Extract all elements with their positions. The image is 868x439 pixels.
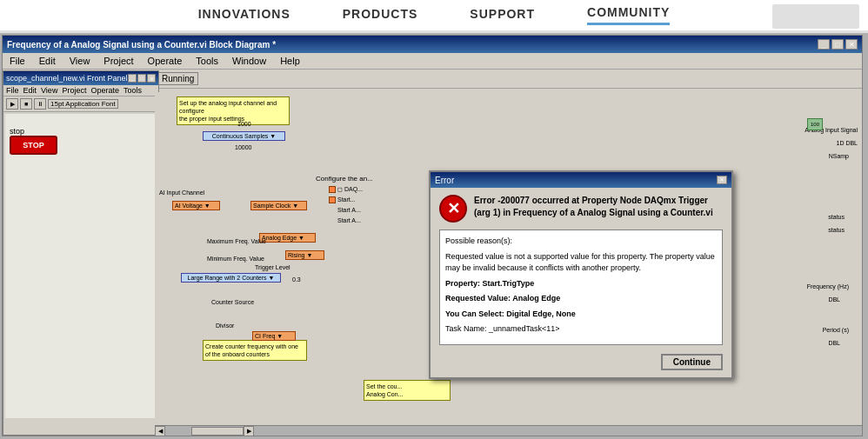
menu-bar: File Edit View Project Operate Tools Win… <box>3 53 862 70</box>
nav-products[interactable]: PRODUCTS <box>343 7 418 24</box>
restore-button[interactable]: □ <box>831 39 844 50</box>
error-header: ✕ Error -200077 occurred at Property Nod… <box>439 195 723 223</box>
label-dbl-1: DBL <box>828 296 840 303</box>
label-start-2: Start A... <box>337 207 361 213</box>
error-body: Possible reason(s): Requested value is n… <box>439 229 723 345</box>
stop-button[interactable]: STOP <box>10 136 57 155</box>
label-start-3: Start A... <box>337 217 361 223</box>
label-configure: Configure the an... <box>316 175 373 183</box>
nav-community[interactable]: COMMUNITY <box>587 5 670 25</box>
can-select-line: You Can Select: Digital Edge, None <box>445 309 717 321</box>
note-counter: Create counter frequency with oneof the … <box>203 340 307 361</box>
block-diagram-titlebar: Frequency of a Analog Signal using a Cou… <box>3 36 862 53</box>
block-sample-clock[interactable]: Sample Clock ▼ <box>250 201 307 210</box>
scroll-thumb[interactable] <box>191 427 244 436</box>
block-analog-edge[interactable]: Analog Edge ▼ <box>259 233 316 243</box>
label-divisor: Divisor <box>216 323 234 329</box>
menu-tools[interactable]: Tools <box>193 55 221 67</box>
error-close-button[interactable]: ✕ <box>717 176 727 184</box>
block-right-1[interactable]: 100 <box>807 118 823 130</box>
fp-menu-file[interactable]: File <box>6 86 19 95</box>
possible-reasons-label: Possible reason(s): <box>445 236 717 248</box>
front-panel-toolbar: ▶ ■ ⏸ 15pt Application Font <box>3 96 158 112</box>
front-panel-titlebar: scope_channel_new.vi Front Panel _ □ ✕ <box>3 71 158 85</box>
front-panel-window: scope_channel_new.vi Front Panel _ □ ✕ F… <box>3 70 159 436</box>
fp-menu-view[interactable]: View <box>41 86 57 95</box>
requested-value-line: Requested Value: Analog Edge <box>445 293 717 305</box>
window-controls[interactable]: _ □ ✕ <box>818 39 858 50</box>
error-footer: Continue <box>439 350 723 370</box>
top-navigation: INNOVATIONS PRODUCTS SUPPORT COMMUNITY <box>0 0 868 33</box>
font-selector[interactable]: 15pt Application Font <box>48 99 118 109</box>
task-name-line: Task Name: _unnamedTask<11> <box>445 323 717 336</box>
property-line: Property: Start.TrigType <box>445 278 717 290</box>
label-daq: ◻ DAQ... <box>337 186 363 193</box>
label-ai-channel: AI Input Channel <box>159 190 204 196</box>
block-diagram-title: Frequency of a Analog Signal using a Cou… <box>7 40 276 50</box>
fp-minimize-button[interactable]: _ <box>128 74 137 83</box>
menu-project[interactable]: Project <box>101 55 136 67</box>
fp-menu-edit[interactable]: Edit <box>23 86 37 95</box>
error-dialog-titlebar: Error ✕ <box>431 172 731 188</box>
menu-operate[interactable]: Operate <box>145 55 185 67</box>
label-trigger-level: Trigger Level <box>255 264 290 270</box>
block-rising[interactable]: Rising ▼ <box>285 250 324 260</box>
fp-abort-button[interactable]: ■ <box>20 98 32 110</box>
fp-menu-project[interactable]: Project <box>62 86 86 95</box>
error-icon: ✕ <box>439 195 467 223</box>
search-box[interactable] <box>772 4 859 29</box>
block-ai-voltage[interactable]: AI Voltage ▼ <box>172 201 220 210</box>
label-status-1: status <box>828 214 845 220</box>
error-dialog-title-text: Error <box>435 176 454 185</box>
error-title-text: Error -200077 occurred at Property Node … <box>474 195 723 223</box>
fp-menu-operate[interactable]: Operate <box>90 86 119 95</box>
stop-label: stop <box>10 127 24 136</box>
label-dbl-2: DBL <box>828 340 840 346</box>
menu-view[interactable]: View <box>67 55 93 67</box>
fp-restore-button[interactable]: □ <box>137 74 146 83</box>
note-set-counter: Set the cou...Analog Con... <box>364 380 451 401</box>
block-continuous-samples[interactable]: Continuous Samples ▼ <box>203 131 285 141</box>
terminal-orange-2 <box>329 196 336 203</box>
block-ci-freq[interactable]: CI Freq ▼ <box>252 331 296 341</box>
scroll-left-arrow[interactable]: ◀ <box>155 426 165 436</box>
close-button[interactable]: ✕ <box>845 39 858 50</box>
label-min-freq: Minimum Freq. Value <box>207 256 264 262</box>
label-1000: 1000 <box>237 121 251 127</box>
front-panel-menubar: File Edit View Project Operate Tools <box>3 85 158 96</box>
reason-text: Requested value is not a supported value… <box>445 251 717 275</box>
horizontal-scrollbar[interactable]: ◀ ▶ <box>155 425 862 436</box>
fp-close-button[interactable]: ✕ <box>147 74 156 83</box>
label-counter-source: Counter Source <box>211 299 254 305</box>
menu-edit[interactable]: Edit <box>37 55 58 67</box>
label-10000: 10000 <box>235 144 251 150</box>
label-max-freq: Maximum Freq. Value <box>207 238 266 244</box>
running-status: Running <box>157 72 198 85</box>
fp-pause-button[interactable]: ⏸ <box>34 98 46 110</box>
front-panel-content: stop STOP <box>5 114 157 418</box>
minimize-button[interactable]: _ <box>818 39 830 50</box>
label-0-3: 0.3 <box>292 276 301 283</box>
nav-support[interactable]: SUPPORT <box>470 7 535 24</box>
label-nsamp: NSamp <box>829 153 849 159</box>
label-frequency-hz: Frequency (Hz) <box>807 283 849 289</box>
error-dialog-content: ✕ Error -200077 occurred at Property Nod… <box>431 188 731 377</box>
main-content: Frequency of a Analog Signal using a Cou… <box>0 33 868 439</box>
continue-button[interactable]: Continue <box>661 354 723 370</box>
fp-menu-tools[interactable]: Tools <box>124 86 142 95</box>
note-analog-input: Set up the analog input channel and conf… <box>177 96 290 125</box>
label-period-s: Period (s) <box>823 327 849 333</box>
error-dialog: Error ✕ ✕ Error -200077 occurred at Prop… <box>429 170 733 379</box>
front-panel-title: scope_channel_new.vi Front Panel <box>6 74 128 83</box>
terminal-orange-1 <box>329 186 336 193</box>
menu-help[interactable]: Help <box>277 55 303 67</box>
fp-run-button[interactable]: ▶ <box>6 98 18 110</box>
menu-file[interactable]: File <box>7 55 28 67</box>
menu-window[interactable]: Window <box>230 55 269 67</box>
nav-innovations[interactable]: INNOVATIONS <box>198 7 290 24</box>
scroll-right-arrow[interactable]: ▶ <box>244 426 254 436</box>
block-large-range[interactable]: Large Range with 2 Counters ▼ <box>181 273 281 283</box>
label-status-2: status <box>828 227 845 233</box>
label-1d-dbl: 1D DBL <box>836 140 858 146</box>
error-window-controls[interactable]: ✕ <box>717 176 727 184</box>
